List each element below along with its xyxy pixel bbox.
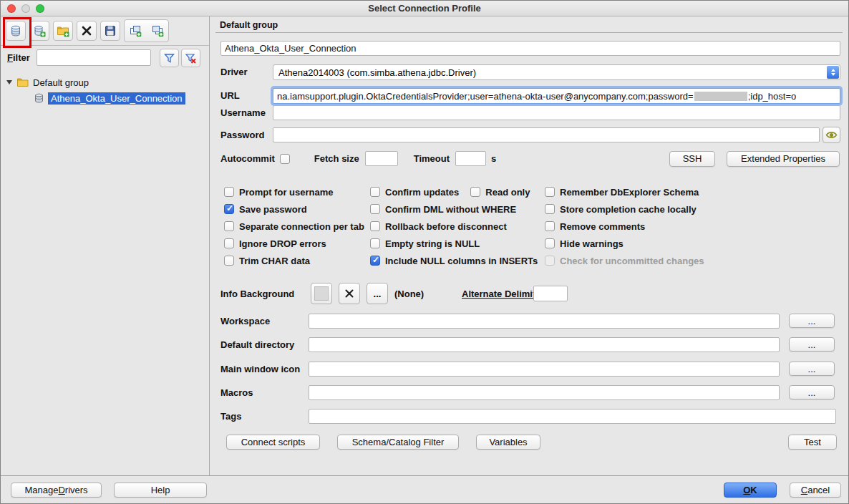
timeout-unit-label: s: [491, 153, 496, 164]
main-window-icon-row: Main window icon ...: [210, 362, 848, 384]
option-empty-string-is-null[interactable]: Empty string is NULL: [370, 235, 538, 252]
checkbox-icon: [545, 204, 555, 214]
combo-stepper-icon: [827, 66, 839, 79]
option-hide-warnings[interactable]: Hide warnings: [545, 235, 704, 252]
profile-name-input[interactable]: Athena_Okta_User_Connection: [220, 41, 840, 56]
dialog-button-bar: Manage Drivers Help OK Cancel: [1, 475, 848, 503]
new-profile-button[interactable]: [6, 21, 26, 41]
option-read-only[interactable]: Read only: [470, 183, 530, 200]
url-input[interactable]: na.iamsupport.plugin.OktaCredentialsProv…: [273, 88, 840, 104]
window-profile-button-group: [124, 19, 169, 42]
apply-filter-button[interactable]: [160, 49, 179, 67]
checkbox-icon: [370, 238, 380, 248]
disclosure-triangle-icon[interactable]: [6, 80, 12, 84]
workspace-browse-button[interactable]: ...: [789, 314, 835, 328]
autocommit-checkbox[interactable]: [280, 154, 290, 164]
driver-select[interactable]: Athena2014003 (com.simba.athena.jdbc.Dri…: [273, 64, 840, 80]
option-rollback-before-disconnect[interactable]: Rollback before disconnect: [370, 218, 538, 235]
option-ignore-drop-errors[interactable]: Ignore DROP errors: [224, 235, 364, 252]
window-controls: [7, 4, 44, 13]
database-icon: [9, 24, 22, 37]
help-button[interactable]: Help: [114, 483, 207, 498]
panes-copy-plus-icon: [151, 24, 164, 37]
copy-profile-window-button[interactable]: [147, 21, 168, 41]
password-row: Password: [210, 127, 848, 150]
username-label: Username: [220, 107, 266, 118]
copy-profile-button[interactable]: [29, 21, 49, 41]
select-connection-profile-dialog: Select Connection Profile: [0, 0, 849, 504]
profile-tree: Default group Athena_Okta_User_Connectio…: [1, 70, 209, 106]
extended-properties-button[interactable]: Extended Properties: [727, 151, 840, 167]
group-label: Default group: [33, 77, 89, 88]
variables-button[interactable]: Variables: [476, 435, 540, 450]
redacted-password-block: [694, 92, 747, 101]
main-window-icon-input[interactable]: [309, 362, 780, 377]
macros-input[interactable]: [309, 385, 780, 400]
tree-connection-item[interactable]: Athena_Okta_User_Connection: [1, 90, 209, 106]
connection-database-icon: [34, 92, 44, 104]
clear-x-icon: [344, 289, 354, 299]
default-directory-row: Default directory ...: [210, 337, 848, 360]
timeout-label: Timeout: [414, 153, 450, 164]
clear-filter-button[interactable]: [181, 49, 200, 67]
checkbox-icon: [370, 204, 380, 214]
new-profile-window-button[interactable]: [125, 21, 145, 41]
default-directory-input[interactable]: [309, 337, 780, 352]
timeout-input[interactable]: [455, 151, 486, 166]
manage-drivers-button[interactable]: Manage Drivers: [11, 483, 102, 498]
option-remove-comments[interactable]: Remove comments: [545, 218, 704, 235]
option-remember-dbexplorer-schema[interactable]: Remember DbExplorer Schema: [545, 183, 704, 200]
connection-options-row: Autocommit Fetch size Timeout s SSH Exte…: [220, 150, 840, 167]
info-background-color-swatch[interactable]: [311, 283, 332, 304]
workspace-input[interactable]: [309, 314, 780, 329]
new-group-button[interactable]: [53, 21, 73, 41]
title-bar[interactable]: Select Connection Profile: [1, 1, 848, 16]
cancel-button[interactable]: Cancel: [790, 483, 841, 498]
pick-info-background-button[interactable]: ...: [367, 283, 388, 304]
ok-button[interactable]: OK: [724, 483, 777, 498]
option-separate-connection-per-tab[interactable]: Separate connection per tab: [224, 218, 364, 235]
checkbox-icon: [545, 187, 555, 197]
alternate-delimiter-input[interactable]: [533, 286, 568, 301]
main-window-icon-browse-button[interactable]: ...: [789, 362, 835, 376]
ssh-button[interactable]: SSH: [669, 151, 715, 167]
checkbox-icon: [224, 238, 234, 248]
profile-tree-panel: Filter Default group: [1, 16, 210, 475]
minimize-window-button[interactable]: [21, 4, 30, 13]
clear-info-background-button[interactable]: [339, 283, 360, 304]
show-password-button[interactable]: [823, 127, 840, 143]
filter-row: Filter: [1, 46, 209, 70]
option-store-completion-cache-locally[interactable]: Store completion cache locally: [545, 200, 704, 218]
save-profiles-button[interactable]: [100, 21, 120, 41]
option-confirm-updates[interactable]: Confirm updates: [370, 183, 459, 200]
filter-input[interactable]: [37, 49, 151, 66]
close-window-button[interactable]: [7, 4, 16, 13]
username-input[interactable]: [273, 105, 840, 120]
options-column-3: Remember DbExplorer Schema Store complet…: [545, 183, 704, 269]
schema-catalog-filter-button[interactable]: Schema/Catalog Filter: [337, 435, 459, 450]
tree-group-default[interactable]: Default group: [1, 74, 209, 90]
option-include-null-columns-in-inserts[interactable]: Include NULL columns in INSERTs: [370, 252, 538, 269]
option-trim-char-data[interactable]: Trim CHAR data: [224, 252, 364, 269]
macros-row: Macros ...: [210, 385, 848, 408]
connect-scripts-button[interactable]: Connect scripts: [226, 435, 320, 450]
zoom-window-button[interactable]: [36, 4, 44, 13]
delete-profile-button[interactable]: [77, 21, 97, 41]
checkbox-icon: [224, 221, 234, 231]
test-button[interactable]: Test: [788, 435, 837, 450]
default-directory-browse-button[interactable]: ...: [789, 337, 835, 352]
fetch-size-input[interactable]: [365, 151, 398, 166]
fetch-size-label: Fetch size: [314, 153, 359, 164]
profile-toolbar: [1, 16, 209, 46]
password-input[interactable]: [273, 127, 820, 142]
checkbox-icon: [224, 187, 234, 197]
option-prompt-for-username[interactable]: Prompt for username: [224, 183, 364, 200]
checkbox-icon: [224, 204, 234, 214]
option-confirm-dml-without-where[interactable]: Confirm DML without WHERE: [370, 200, 538, 218]
checkbox-icon: [370, 187, 380, 197]
tags-input[interactable]: [309, 409, 836, 424]
macros-browse-button[interactable]: ...: [789, 385, 835, 399]
options-checkbox-grid: Prompt for username Save password Separa…: [210, 183, 848, 273]
options-column-1: Prompt for username Save password Separa…: [224, 183, 364, 269]
option-save-password[interactable]: Save password: [224, 200, 364, 218]
